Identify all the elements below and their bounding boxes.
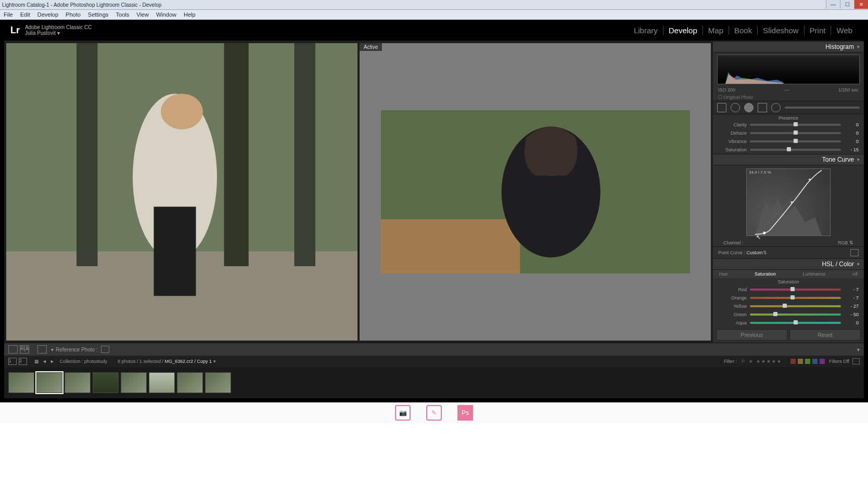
tone-curve-header[interactable]: Tone Curve▾ xyxy=(713,154,864,165)
reference-photo xyxy=(6,43,358,341)
hsl-slider-yellow[interactable]: Yellow - 27 xyxy=(713,302,864,310)
edit-photo-icon[interactable]: ✎ xyxy=(426,405,442,421)
slider-vibrance[interactable]: Vibrance 0 xyxy=(713,137,864,146)
filmstrip-thumb[interactable] xyxy=(65,372,91,393)
module-print[interactable]: Print xyxy=(804,26,831,35)
photoshop-icon[interactable]: Ps xyxy=(457,405,473,421)
second-window-icon[interactable]: 1 xyxy=(8,358,17,365)
filmstrip[interactable] xyxy=(4,367,864,398)
flag-filter-icon[interactable]: ⚐ xyxy=(741,359,745,364)
point-curve-value[interactable]: Custom xyxy=(747,250,763,255)
identity-plate[interactable]: Adobe Lightroom Classic CC Julia Pustovi… xyxy=(25,24,92,36)
sort-icon[interactable]: ≡ xyxy=(749,359,752,364)
menu-edit[interactable]: Edit xyxy=(17,11,34,18)
menu-develop[interactable]: Develop xyxy=(34,11,62,18)
filter-lock-icon[interactable] xyxy=(852,358,860,364)
camera-icon[interactable]: 📷 xyxy=(395,405,411,421)
graduated-filter-icon[interactable] xyxy=(758,103,767,112)
crop-tool-icon[interactable] xyxy=(717,103,726,112)
hsl-slider-green[interactable]: Green - 50 xyxy=(713,310,864,319)
module-map[interactable]: Map xyxy=(703,26,729,35)
slider-saturation[interactable]: Saturation - 15 xyxy=(713,146,864,154)
second-monitor-icon[interactable]: 2 xyxy=(19,358,27,365)
chevron-down-icon[interactable]: ▾ xyxy=(57,30,60,36)
hsl-tab-luminance[interactable]: Luminance xyxy=(802,271,825,277)
loupe-view-icon[interactable] xyxy=(8,345,18,354)
reference-pane[interactable]: Reference xyxy=(6,43,358,341)
hsl-header[interactable]: HSL / Color▾ xyxy=(713,258,864,270)
module-library[interactable]: Library xyxy=(629,26,663,35)
nav-forward-icon[interactable]: ► xyxy=(50,359,55,364)
chevron-down-icon[interactable]: ▾ xyxy=(857,262,860,267)
hsl-tab-hue[interactable]: Hue xyxy=(719,271,728,277)
menu-settings[interactable]: Settings xyxy=(84,11,112,18)
histogram-header[interactable]: Histogram▾ xyxy=(713,41,864,53)
rating-filter[interactable]: ★★★★★ xyxy=(756,359,782,364)
filmstrip-thumb[interactable] xyxy=(8,372,34,393)
menu-help[interactable]: Help xyxy=(180,11,199,18)
slider-dehaze[interactable]: Dehaze 0 xyxy=(713,129,864,137)
filmstrip-thumb[interactable] xyxy=(36,372,62,393)
hsl-slider-orange[interactable]: Orange - 7 xyxy=(713,294,864,302)
redeye-tool-icon[interactable] xyxy=(744,103,754,112)
filmstrip-thumb[interactable] xyxy=(149,372,175,393)
aperture-value: — xyxy=(785,87,789,93)
close-button[interactable]: ✕ xyxy=(854,0,868,9)
lock-reference-icon[interactable] xyxy=(101,346,109,353)
minimize-button[interactable]: — xyxy=(826,0,840,9)
collection-label[interactable]: Collection : photostudy xyxy=(60,359,107,364)
active-pane[interactable]: Active xyxy=(360,43,711,341)
slider-label: Aqua xyxy=(718,320,747,325)
original-photo-toggle[interactable]: ☐ Original Photo xyxy=(713,94,864,101)
menu-tools[interactable]: Tools xyxy=(112,11,133,18)
chevron-down-icon[interactable]: ▾ xyxy=(51,347,54,353)
reset-button[interactable]: Reset xyxy=(789,329,861,341)
lightroom-logo-icon: Lr xyxy=(10,25,20,36)
menu-photo[interactable]: Photo xyxy=(62,11,84,18)
hsl-tab-all[interactable]: All xyxy=(852,271,858,277)
hsl-slider-red[interactable]: Red - 7 xyxy=(713,285,864,294)
radial-filter-icon[interactable] xyxy=(771,103,781,112)
histogram-title: Histogram xyxy=(825,43,854,50)
spot-removal-icon[interactable] xyxy=(731,103,740,112)
filmstrip-thumb[interactable] xyxy=(205,372,231,393)
nav-back-icon[interactable]: ◄ xyxy=(42,359,47,364)
module-slideshow[interactable]: Slideshow xyxy=(757,26,803,35)
module-develop[interactable]: Develop xyxy=(663,26,703,35)
slider-value: - 7 xyxy=(844,287,859,292)
tone-curve-graph[interactable]: 34.9 / 7.6 % ↖ xyxy=(746,168,831,236)
menu-view[interactable]: View xyxy=(133,11,152,18)
module-book[interactable]: Book xyxy=(729,26,757,35)
menu-file[interactable]: File xyxy=(0,11,17,18)
filmstrip-thumb[interactable] xyxy=(121,372,147,393)
slider-label: Yellow xyxy=(718,304,747,309)
current-file: MG_6362.cr2 / Copy 1 xyxy=(164,359,212,364)
channel-value[interactable]: RGB xyxy=(838,240,848,245)
slider-clarity[interactable]: Clarity 0 xyxy=(713,121,864,129)
slider-value: 0 xyxy=(844,139,859,144)
brush-size-slider[interactable] xyxy=(785,107,860,109)
menu-window[interactable]: Window xyxy=(152,11,180,18)
color-label-filter[interactable] xyxy=(790,359,825,364)
point-curve-toggle-icon[interactable] xyxy=(850,249,859,256)
hsl-tab-saturation[interactable]: Saturation xyxy=(755,271,776,277)
previous-button[interactable]: Previous xyxy=(716,329,787,341)
svg-point-6 xyxy=(161,94,203,129)
filters-off-label[interactable]: Filters Off xyxy=(829,359,849,364)
filmstrip-thumb[interactable] xyxy=(93,372,119,393)
tone-curve-title: Tone Curve xyxy=(822,156,854,163)
before-after-icon[interactable] xyxy=(37,345,47,354)
histogram-graph[interactable] xyxy=(717,55,860,84)
chevron-down-icon[interactable]: ▾ xyxy=(857,157,860,162)
module-web[interactable]: Web xyxy=(831,26,858,35)
filmstrip-thumb[interactable] xyxy=(177,372,203,393)
chevron-down-icon[interactable]: ▾ xyxy=(857,44,860,49)
chevron-down-icon[interactable]: ▾ xyxy=(213,359,216,364)
topbar: Lr Adobe Lightroom Classic CC Julia Pust… xyxy=(4,20,864,41)
chevron-down-icon[interactable]: ▾ xyxy=(857,347,860,353)
maximize-button[interactable]: ☐ xyxy=(840,0,854,9)
grid-icon[interactable]: ▦ xyxy=(34,359,39,364)
module-picker: Library Develop Map Book Slideshow Print… xyxy=(629,26,858,35)
reference-view-icon[interactable]: R|A xyxy=(20,345,29,354)
hsl-slider-aqua[interactable]: Aqua 0 xyxy=(713,319,864,327)
